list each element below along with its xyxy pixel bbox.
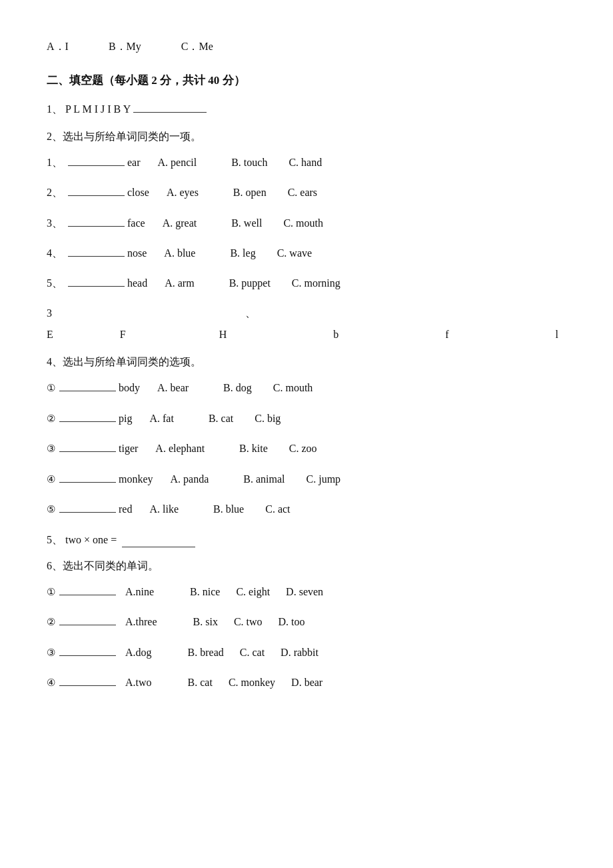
q5-label: 5、 — [47, 534, 63, 545]
q6-1-choices: A.three B. six C. two D. too — [125, 613, 305, 631]
top-choices-row: A．I B．My C．Me — [47, 40, 566, 54]
q2-sub-4-num: 5、 — [47, 274, 65, 292]
q4-1-choice-a: A. fat — [149, 413, 173, 424]
q2-sub-3-choice-a: A. blue — [164, 247, 195, 259]
q3-block: 3 、 E F H b f l — [47, 307, 566, 341]
q1-blank[interactable] — [133, 101, 207, 113]
q4-0-choice-a: A. bear — [157, 382, 189, 393]
q2-sub-1-choice-c: C. ears — [288, 187, 317, 198]
q4-2-word: tiger — [119, 439, 138, 457]
q4-2-choice-a: A. elephant — [155, 443, 205, 454]
q4-3-choice-a: A. panda — [171, 473, 209, 485]
q4-2-choice-c: C. zoo — [289, 443, 317, 454]
q3-backtick: 、 — [245, 307, 256, 321]
q2-sub-4-choice-a: A. arm — [165, 277, 194, 289]
q1-line: 1、 P L M I J I B Y — [47, 100, 566, 118]
q1-label: 1、 — [47, 100, 65, 118]
q2-sub-1-word: close — [127, 183, 149, 201]
q4-1-blank[interactable] — [59, 410, 116, 422]
q2-sub-2-word: face — [127, 214, 145, 232]
q2-sub-0-num: 1、 — [47, 153, 65, 171]
q6-item-2: ③ A.dog B. bread C. cat D. rabbit — [47, 643, 566, 662]
q4-item-1: ② pig A. fat B. cat C. big — [47, 409, 566, 428]
q2-sub-2-choices: A. great B. well C. mouth — [163, 214, 343, 232]
q5-blank[interactable] — [122, 535, 195, 547]
q4-4-blank[interactable] — [59, 501, 116, 513]
q6-item-1: ② A.three B. six C. two D. too — [47, 613, 566, 631]
q4-2-choice-b: B. kite — [239, 443, 268, 454]
q6-items: ① A.nine B. nice C. eight D. seven ② A.t… — [47, 583, 566, 692]
q2-sub-4-choice-c: C. morning — [292, 277, 340, 289]
q2-sub-3-blank[interactable] — [68, 245, 125, 257]
q4-3-choice-b: B. animal — [243, 473, 285, 485]
q4-items: ① body A. bear B. dog C. mouth ② pig A. … — [47, 379, 566, 519]
q2-sub-item-1: 2、 close A. eyes B. open C. ears — [47, 183, 566, 201]
q4-4-choice-a: A. like — [149, 503, 179, 515]
q2-sub-2-choice-c: C. mouth — [283, 217, 323, 229]
q2-sub-0-choice-c: C. hand — [289, 157, 322, 168]
q4-3-choices: A. panda B. animal C. jump — [171, 470, 361, 488]
q6-2-num: ③ — [47, 645, 55, 662]
q2-sub-item-2: 3、 face A. great B. well C. mouth — [47, 214, 566, 232]
q2-sub-2-blank[interactable] — [68, 215, 125, 227]
q3-f: F — [120, 329, 126, 341]
q6-item-3: ④ A.two B. cat C. monkey D. bear — [47, 673, 566, 692]
q2-sub-4-word: head — [127, 274, 147, 292]
q2-sub-0-blank[interactable] — [68, 154, 125, 166]
q4-3-blank[interactable] — [59, 471, 116, 483]
q3-row: E F H b f l — [47, 329, 566, 341]
q6-item-0: ① A.nine B. nice C. eight D. seven — [47, 583, 566, 601]
q6-3-choice-d: D. bear — [291, 677, 322, 688]
q6-2-choice-d: D. rabbit — [281, 647, 318, 658]
q2-sub-3-choice-c: C. wave — [277, 247, 312, 259]
q2-sub-0-choice-b: B. touch — [231, 157, 267, 168]
q4-header: 4、选出与所给单词同类的选项。 — [47, 355, 566, 369]
choice-b: B．My — [109, 40, 141, 54]
q4-2-num: ③ — [47, 441, 55, 458]
q6-0-blank[interactable] — [59, 583, 116, 595]
q6-2-choices: A.dog B. bread C. cat D. rabbit — [125, 643, 318, 661]
q2-sub-4-blank[interactable] — [68, 275, 125, 287]
q5-line: 5、 two × one = — [47, 533, 566, 547]
q4-0-blank[interactable] — [59, 379, 116, 391]
q6-1-num: ② — [47, 614, 55, 631]
q2-sub-3-choices: A. blue B. leg C. wave — [164, 244, 332, 262]
q6-0-choice-b: B. nice — [190, 586, 220, 597]
q6-3-choices: A.two B. cat C. monkey D. bear — [125, 673, 322, 691]
q6-0-num: ① — [47, 584, 55, 601]
q6-1-choice-c: C. two — [234, 616, 263, 627]
q2-sub-items: 1、 ear A. pencil B. touch C. hand 2、 clo… — [47, 153, 566, 292]
q4-2-blank[interactable] — [59, 440, 116, 452]
q6-0-choice-a: A.nine — [125, 586, 154, 597]
q2-sub-4-choice-b: B. puppet — [229, 277, 271, 289]
q4-4-num: ⑤ — [47, 501, 55, 519]
q2-header: 2、选出与所给单词同类的一项。 — [47, 130, 566, 144]
q4-item-4: ⑤ red A. like B. blue C. act — [47, 500, 566, 519]
q4-0-choices: A. bear B. dog C. mouth — [157, 379, 332, 397]
q2-sub-0-choice-a: A. pencil — [158, 157, 197, 168]
q2-sub-item-3: 4、 nose A. blue B. leg C. wave — [47, 244, 566, 262]
q4-2-choices: A. elephant B. kite C. zoo — [155, 439, 336, 457]
q6-2-blank[interactable] — [59, 644, 116, 656]
q2-sub-1-choices: A. eyes B. open C. ears — [167, 183, 337, 201]
q6-1-choice-a: A.three — [125, 616, 157, 627]
q6-3-choice-b: B. cat — [188, 677, 213, 688]
q2-sub-1-blank[interactable] — [68, 184, 125, 196]
q4-item-0: ① body A. bear B. dog C. mouth — [47, 379, 566, 397]
q6-3-blank[interactable] — [59, 674, 116, 686]
q6-0-choices: A.nine B. nice C. eight D. seven — [125, 583, 323, 601]
q6-1-blank[interactable] — [59, 613, 116, 625]
q6-2-choice-c: C. cat — [240, 647, 265, 658]
q2-sub-0-word: ear — [127, 153, 141, 171]
q2-sub-item-0: 1、 ear A. pencil B. touch C. hand — [47, 153, 566, 171]
q2-sub-4-choices: A. arm B. puppet C. morning — [165, 274, 360, 292]
q4-0-choice-b: B. dog — [223, 382, 252, 393]
q2-sub-0-choices: A. pencil B. touch C. hand — [158, 153, 342, 171]
q2-sub-2-num: 3、 — [47, 214, 65, 232]
q4-4-word: red — [119, 500, 132, 518]
q2-sub-2-choice-a: A. great — [163, 217, 197, 229]
q6-3-num: ④ — [47, 675, 55, 692]
q6-0-choice-c: C. eight — [236, 586, 270, 597]
q6-3-choice-c: C. monkey — [229, 677, 275, 688]
q6-3-choice-a: A.two — [125, 677, 152, 688]
